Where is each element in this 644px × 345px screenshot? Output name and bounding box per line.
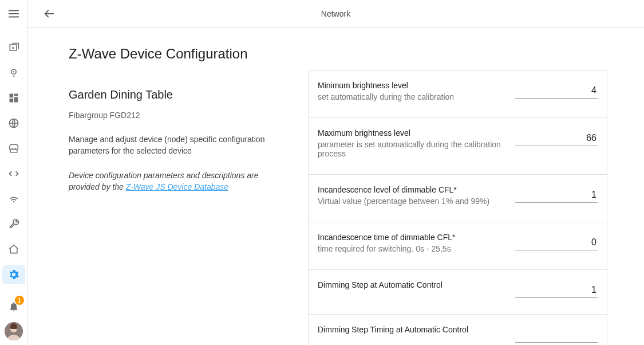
svg-rect-5 xyxy=(9,94,13,98)
notification-badge: 1 xyxy=(15,296,24,305)
config-card: Minimum brightness level set automatical… xyxy=(308,70,607,345)
config-input-min-brightness[interactable] xyxy=(515,84,598,99)
wrench-icon xyxy=(8,218,19,230)
gear-icon xyxy=(7,268,20,281)
sidebar-nav xyxy=(2,38,25,297)
config-sub: time required for switching. 0s - 25,5s xyxy=(318,244,504,253)
arrow-left-icon xyxy=(43,7,56,20)
menu-toggle-button[interactable] xyxy=(2,2,25,25)
device-database-link[interactable]: Z-Wave JS Device Database xyxy=(126,182,228,191)
sidebar-item-automation[interactable] xyxy=(2,63,25,83)
device-name: Garden Dining Table xyxy=(69,88,280,101)
sidebar-item-tools[interactable] xyxy=(2,214,25,234)
device-info-pane: Z-Wave Device Configuration Garden Dinin… xyxy=(69,46,280,193)
user-avatar[interactable] xyxy=(5,322,23,340)
notifications-button[interactable]: 1 xyxy=(2,297,25,316)
topbar: Network xyxy=(27,0,644,28)
dashboard-icon xyxy=(8,92,19,104)
sidebar-item-media[interactable] xyxy=(2,38,25,57)
config-label: Maximum brightness level xyxy=(318,128,504,138)
config-sub: Virtual value (percentage between 1% and… xyxy=(318,197,504,206)
config-label: Dimming Step at Automatic Control xyxy=(318,280,504,289)
page-title: Z-Wave Device Configuration xyxy=(69,46,280,62)
device-description: Manage and adjust device (node) specific… xyxy=(69,134,280,157)
config-label: Incandescence level of dimmable CFL* xyxy=(318,185,504,194)
config-input-incandescence-level[interactable] xyxy=(515,189,598,203)
content: Network Z-Wave Device Configuration Gard… xyxy=(27,0,644,345)
config-input-dimming-step-timing[interactable] xyxy=(515,328,598,343)
avatar-icon xyxy=(5,322,23,340)
config-row: Incandescence time of dimmable CFL* time… xyxy=(309,222,607,270)
bulb-gear-icon xyxy=(8,67,19,79)
config-input-max-brightness[interactable] xyxy=(515,132,598,146)
device-note: Device configuration parameters and desc… xyxy=(69,170,280,193)
config-row: Dimming Step Timing at Automatic Control xyxy=(309,315,607,345)
topbar-title: Network xyxy=(321,9,350,18)
config-row: Dimming Step at Automatic Control xyxy=(309,270,607,315)
device-model: Fibargroup FGD212 xyxy=(69,111,280,120)
sidebar-item-dashboard[interactable] xyxy=(2,88,25,108)
sidebar-item-hacs[interactable] xyxy=(2,139,25,158)
svg-rect-7 xyxy=(14,97,18,102)
sidebar-item-settings[interactable] xyxy=(2,265,25,284)
config-sub: set automatically during the calibration xyxy=(318,92,504,101)
sidebar-item-home[interactable] xyxy=(2,240,25,259)
sidebar-item-browser[interactable] xyxy=(2,113,25,133)
home-icon xyxy=(8,244,19,255)
config-input-dimming-step-auto[interactable] xyxy=(515,284,598,298)
sidebar: 1 xyxy=(0,0,27,345)
config-row: Maximum brightness level parameter is se… xyxy=(309,118,607,175)
svg-point-10 xyxy=(13,201,14,203)
svg-rect-6 xyxy=(14,94,18,96)
config-label: Minimum brightness level xyxy=(318,81,504,90)
globe-icon xyxy=(8,117,19,129)
svg-rect-8 xyxy=(9,99,13,103)
svg-point-4 xyxy=(13,71,14,73)
config-row: Incandescence level of dimmable CFL* Vir… xyxy=(309,175,607,222)
config-sub: parameter is set automatically during th… xyxy=(318,140,504,158)
config-label: Incandescence time of dimmable CFL* xyxy=(318,233,504,242)
sidebar-item-code[interactable] xyxy=(2,164,25,183)
config-input-incandescence-time[interactable] xyxy=(515,236,598,250)
signal-icon xyxy=(8,193,19,205)
media-library-icon xyxy=(8,42,19,53)
sidebar-item-network[interactable] xyxy=(2,189,25,209)
config-label: Dimming Step Timing at Automatic Control xyxy=(318,325,504,334)
code-icon xyxy=(8,168,19,179)
store-icon xyxy=(8,143,19,154)
back-button[interactable] xyxy=(38,2,61,25)
hamburger-icon xyxy=(7,7,20,20)
config-row: Minimum brightness level set automatical… xyxy=(309,70,607,118)
